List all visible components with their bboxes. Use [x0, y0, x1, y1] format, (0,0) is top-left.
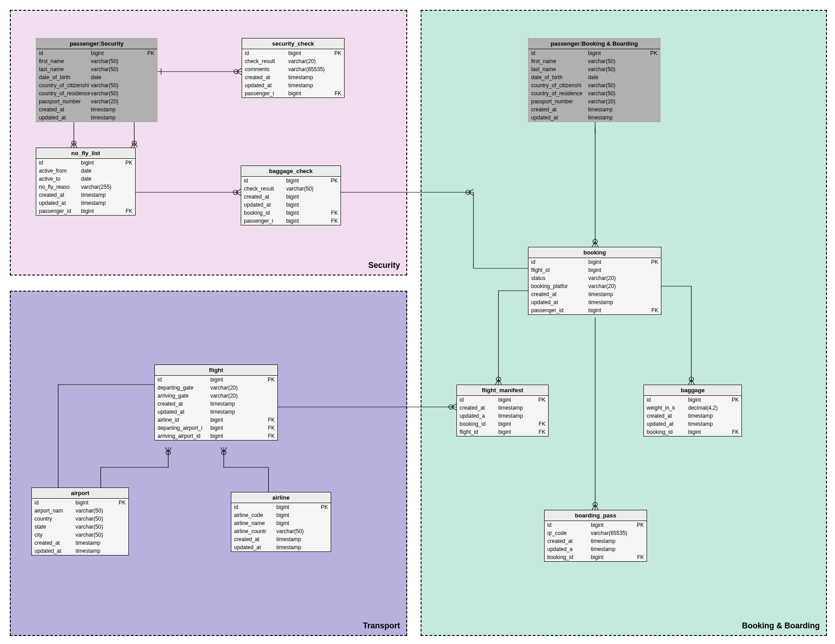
column-key	[639, 267, 658, 274]
table-column-row: created_attimestamp	[457, 404, 548, 412]
column-key	[112, 547, 126, 555]
column-key	[639, 74, 657, 81]
column-type: bigint	[210, 424, 257, 432]
column-name: id	[158, 376, 210, 383]
column-key	[630, 530, 644, 537]
table-boarding-pass[interactable]: boarding_pass idbigintPKqr_codevarchar(6…	[544, 510, 647, 562]
column-key: FK	[725, 428, 739, 436]
column-name: booking_id	[547, 554, 591, 561]
column-key	[137, 58, 154, 65]
column-type: varchar(50)	[76, 523, 112, 530]
table-column-row: airline_countrvarchar(50)	[231, 527, 331, 535]
table-column-row: departing_airport_ibigintFK	[155, 424, 277, 432]
column-key	[639, 283, 658, 290]
column-type: bigint	[76, 499, 112, 506]
column-name: status	[531, 275, 588, 282]
column-key	[725, 404, 739, 411]
column-key	[137, 90, 154, 97]
column-name: airline_countr	[234, 528, 277, 535]
table-column-row: last_namevarchar(50)	[528, 65, 660, 73]
column-name: booking_id	[244, 209, 286, 216]
table-title: passenger:Booking & Boarding	[528, 38, 660, 49]
column-key	[639, 58, 657, 65]
table-column-row: created_attimestamp	[36, 191, 135, 199]
table-column-row: airline_codebigint	[231, 511, 331, 519]
table-flight-manifest[interactable]: flight_manifest idbigintPKcreated_attime…	[456, 385, 549, 436]
table-baggage[interactable]: baggage idbigintPKweight_in_kdecimal(4,2…	[643, 385, 742, 436]
column-key: FK	[257, 424, 275, 432]
table-security-check[interactable]: security_check idbigintPKcheck_resultvar…	[242, 38, 345, 98]
column-key: FK	[257, 416, 275, 424]
table-flight[interactable]: flight idbigintPKdeparting_gatevarchar(2…	[154, 364, 278, 441]
column-type: timestamp	[91, 114, 137, 121]
column-key: PK	[119, 159, 132, 166]
table-airport[interactable]: airport idbigintPKairport_namvarchar(50)…	[31, 487, 129, 555]
table-title: airport	[32, 488, 128, 499]
erd-canvas: Security Transport Booking & Boarding	[0, 0, 835, 644]
column-type: varchar(50)	[588, 82, 639, 89]
column-type: timestamp	[588, 291, 639, 298]
column-name: id	[34, 499, 76, 506]
table-column-row: created_attimestamp	[32, 539, 128, 547]
table-baggage-check[interactable]: baggage_check idbigintPKcheck_resultvarc…	[241, 165, 341, 225]
table-column-row: idbigintPK	[231, 503, 331, 511]
table-passenger-security[interactable]: passenger:Security idbigintPKfirst_namev…	[36, 38, 158, 122]
column-key: FK	[324, 209, 338, 216]
table-column-row: updated_atimestamp	[457, 412, 548, 420]
column-name: updated_at	[39, 199, 81, 207]
column-name: id	[244, 177, 286, 184]
column-key	[137, 98, 154, 105]
column-type: timestamp	[76, 539, 112, 547]
column-key	[327, 66, 341, 73]
table-no-fly-list[interactable]: no_fly_list idbigintPKactive_fromdateact…	[36, 148, 136, 216]
column-key	[112, 515, 126, 522]
column-type: bigint	[288, 90, 327, 97]
table-column-row: last_namevarchar(50)	[36, 65, 157, 73]
column-name: created_at	[158, 400, 210, 407]
column-name: created_at	[39, 106, 91, 113]
table-passenger-booking[interactable]: passenger:Booking & Boarding idbigintPKf…	[528, 38, 660, 122]
column-key	[137, 82, 154, 89]
column-type: timestamp	[288, 74, 327, 81]
table-column-row: qr_codevarchar(65535)	[545, 529, 647, 537]
table-column-row: created_attimestamp	[242, 73, 344, 81]
column-name: id	[547, 521, 591, 529]
column-type: varchar(50)	[277, 528, 314, 535]
column-key	[639, 66, 657, 73]
table-column-row: flight_idbigintFK	[457, 428, 548, 436]
table-column-row: idbigintPK	[644, 396, 741, 404]
column-key	[119, 199, 132, 207]
column-key	[112, 523, 126, 530]
table-column-row: statusvarchar(20)	[528, 274, 661, 282]
table-column-row: passport_numbervarchar(20)	[528, 97, 660, 106]
column-type: bigint	[81, 208, 119, 215]
column-key	[639, 299, 658, 306]
column-type: bigint	[277, 512, 314, 519]
table-airline[interactable]: airline idbigintPKairline_codebigintairl…	[231, 492, 331, 552]
column-name: airport_nam	[34, 507, 76, 514]
column-type: bigint	[277, 504, 314, 511]
column-type: varchar(20)	[91, 98, 137, 105]
column-type: varchar(50)	[588, 66, 639, 73]
column-name: country_of_citizenshi	[39, 82, 91, 89]
table-booking[interactable]: booking idbigintPKflight_idbigintstatusv…	[528, 247, 661, 315]
table-title: airline	[231, 492, 331, 503]
table-column-row: created_attimestamp	[644, 412, 741, 420]
table-title: flight	[155, 365, 277, 376]
column-key	[533, 412, 545, 419]
region-label-booking: Booking & Boarding	[742, 621, 820, 631]
table-column-row: airline_idbigintFK	[155, 416, 277, 424]
table-column-row: created_atbigint	[241, 193, 341, 201]
column-type: bigint	[91, 50, 137, 57]
column-type: varchar(20)	[588, 98, 639, 105]
column-type: bigint	[81, 159, 119, 166]
table-column-row: passenger_idbigintFK	[36, 207, 135, 215]
column-key	[314, 536, 328, 543]
table-title: no_fly_list	[36, 148, 135, 159]
column-name: id	[531, 258, 588, 266]
column-type: bigint	[286, 217, 324, 225]
table-column-row: created_attimestamp	[528, 290, 661, 298]
table-column-row: idbigintPK	[241, 177, 341, 185]
table-column-row: country_of_residencevarchar(50)	[528, 89, 660, 97]
column-type: bigint	[286, 193, 324, 200]
